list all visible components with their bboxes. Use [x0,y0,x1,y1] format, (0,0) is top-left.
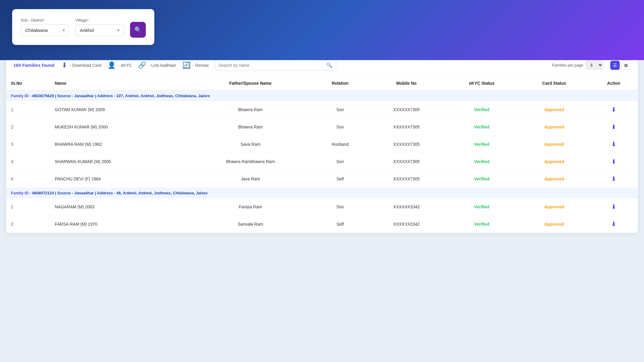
download-action-button[interactable]: ⬇ [610,139,618,149]
cell-card-status: Approved [519,101,590,118]
cell-card-status: Approved [519,153,590,170]
cell-sr-no: 2 [6,118,50,136]
link-aadhaar-label: - Link Aadhaar [149,63,176,68]
download-action-button[interactable]: ⬇ [610,174,618,184]
per-page-select[interactable]: 3 5 10 20 [586,61,603,70]
ekyc-label: - eKYC [118,63,132,68]
cell-mobile: XXXXXX7305 [368,118,444,136]
download-arrow-icon: ⬇ [611,106,616,113]
table-row: 4 SHARWAN KUMAR (M) 2005 Bhawra Rambhawr… [6,153,638,170]
cell-mobile: XXXXXX7305 [368,153,444,170]
banner: Sub - District* Chitalwana Other ▼ Villa… [0,0,644,60]
family-id-label: Family ID - 4603675629 | Source - Janaad… [11,94,210,98]
sub-district-select[interactable]: Chitalwana Other [21,24,69,36]
filter-card: Sub - District* Chitalwana Other ▼ Villa… [12,9,154,45]
search-magnifier-icon[interactable]: 🔍 [326,62,332,68]
cell-name: FARSA RAM (M) 1970 [50,216,189,233]
link-aadhaar-icon: 🔗 [138,61,146,69]
sub-district-select-wrapper: Chitalwana Other ▼ [21,24,69,36]
cell-sr-no: 1 [6,198,50,216]
toolbar-actions: ⬇ - Download Card 👤 - eKYC 🔗 - Link Aadh… [62,60,545,71]
cell-father-spouse: Bhawra Ram [189,118,312,136]
download-action-button[interactable]: ⬇ [610,219,618,229]
download-arrow-icon: ⬇ [611,220,616,228]
cell-ekyc-status: Verified [444,216,519,233]
cell-action: ⬇ [590,101,638,118]
search-input[interactable] [219,63,324,68]
cell-relation: Self [312,216,368,233]
download-arrow-icon: ⬇ [611,175,616,183]
download-action-button[interactable]: ⬇ [610,202,618,212]
table-row: 2 FARSA RAM (M) 1970 Sanvala Ram Self XX… [6,216,638,233]
cell-card-status: Approved [519,216,590,233]
download-action-button[interactable]: ⬇ [610,122,618,132]
main-content: 160 Families found ⬇ - Download Card 👤 -… [6,54,638,233]
village-select[interactable]: Ankhol Other [75,24,124,36]
families-per-page: Families per page 3 5 10 20 [552,61,603,70]
cell-relation: Self [312,170,368,188]
grid-view-button[interactable]: ⊞ [622,61,631,70]
download-arrow-icon: ⬇ [611,123,616,131]
cell-relation: Son [312,101,368,118]
cell-name: PANCHU DEVI (F) 1984 [50,170,189,188]
cell-mobile: XXXXXX3342 [368,216,444,233]
families-per-page-label: Families per page [552,63,583,67]
cell-father-spouse: Sanvala Ram [189,216,312,233]
cell-mobile: XXXXXX7305 [368,101,444,118]
table-row: 1 GOTAM KUMAR (M) 2009 Bhawra Ram Son XX… [6,101,638,118]
list-view-icon: ☰ [613,63,617,68]
table-row: 5 PANCHU DEVI (F) 1984 Java Ram Self XXX… [6,170,638,188]
sub-district-group: Sub - District* Chitalwana Other ▼ [21,18,69,36]
cell-action: ⬇ [590,136,638,153]
cell-name: NAGARAM (M) 2003 [50,198,189,216]
cell-relation: Son [312,153,368,170]
cell-father-spouse: Sava Ram [189,136,312,153]
download-arrow-icon: ⬇ [611,203,616,210]
cell-sr-no: 1 [6,101,50,118]
cell-ekyc-status: Verified [444,170,519,188]
cell-ekyc-status: Verified [444,136,519,153]
download-action-button[interactable]: ⬇ [610,157,618,166]
cell-action: ⬇ [590,216,638,233]
cell-ekyc-status: Verified [444,118,519,136]
header-card-status: Card Status [519,77,590,90]
list-view-button[interactable]: ☰ [610,61,620,70]
village-group: Village* Ankhol Other ▼ [75,18,124,36]
cell-relation: Son [312,118,368,136]
header-sr-no: Sr.No [6,77,50,90]
cell-name: BHAWRA RAM (M) 1962 [50,136,189,153]
cell-ekyc-status: Verified [444,153,519,170]
cell-card-status: Approved [519,118,590,136]
cell-father-spouse: Java Ram [189,170,312,188]
search-button[interactable]: 🔍 [130,22,146,38]
header-relation: Relation [312,77,368,90]
link-aadhaar-action[interactable]: 🔗 - Link Aadhaar [138,61,176,69]
download-arrow-icon: ⬇ [611,141,616,148]
cell-mobile: XXXXXX7305 [368,170,444,188]
ekyc-action[interactable]: 👤 - eKYC [108,61,132,69]
cell-ekyc-status: Verified [444,198,519,216]
cell-name: GOTAM KUMAR (M) 2009 [50,101,189,118]
download-action-button[interactable]: ⬇ [610,105,618,114]
download-card-action[interactable]: ⬇ - Download Card [62,61,101,69]
cell-card-status: Approved [519,198,590,216]
cell-card-status: Approved [519,170,590,188]
table-container: Sr.No Name Father/Spouse Name Relation M… [6,77,638,233]
cell-father-spouse: Farasa Ram [189,198,312,216]
download-card-icon: ⬇ [62,61,67,69]
cell-card-status: Approved [519,136,590,153]
cell-action: ⬇ [590,170,638,188]
header-name: Name [50,77,189,90]
download-arrow-icon: ⬇ [611,158,616,165]
village-required: * [87,18,89,22]
table-row: 3 BHAWRA RAM (M) 1962 Sava Ram Husband X… [6,136,638,153]
cell-name: MUKESH KUMAR (M) 2000 [50,118,189,136]
table-row: 2 MUKESH KUMAR (M) 2000 Bhawra Ram Son X… [6,118,638,136]
cell-mobile: XXXXXX7305 [368,136,444,153]
families-found-label: 160 Families found [13,63,54,68]
renew-action[interactable]: 🔄 - Renew [182,61,209,69]
cell-ekyc-status: Verified [444,101,519,118]
cell-action: ⬇ [590,153,638,170]
family-id-label: Family ID - 4606072124 | Source - Janaad… [11,191,207,195]
sub-district-label: Sub - District* [21,18,69,22]
